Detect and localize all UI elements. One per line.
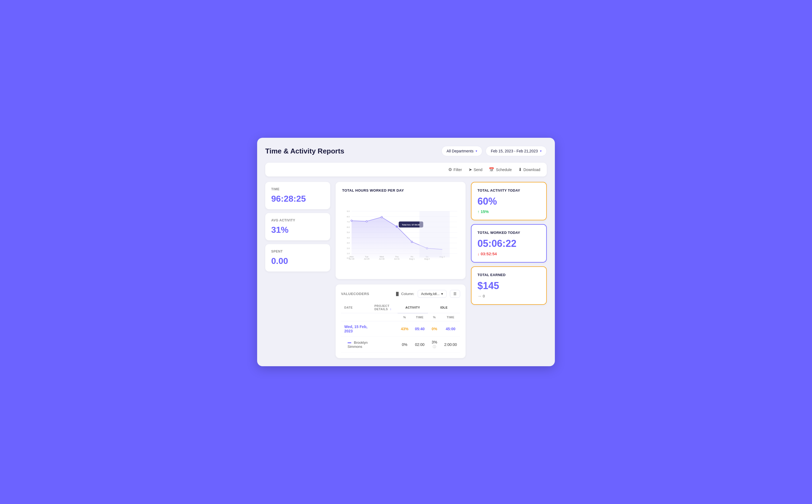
- x-label-fri-date: Aug 1: [409, 258, 415, 260]
- time-stat-card: TIME 96:28:25: [265, 182, 330, 209]
- col-idle-group: IDLE: [428, 302, 460, 313]
- chart-area: 9.0 8.0 7.0 6.0 5.0 4.0 3.0 2.0 1.0 0.0: [342, 197, 459, 273]
- content-area: TIME 96:28:25 AVG ACTIVITY 31% SPENT 0.0…: [265, 182, 547, 358]
- download-icon: ⬇: [518, 167, 522, 172]
- avg-activity-stat-card: AVG ACTIVITY 31%: [265, 213, 330, 240]
- data-point-wed: [381, 217, 383, 218]
- calendar-icon: 📅: [489, 167, 494, 172]
- column-label: ▐▌ Column:: [395, 292, 414, 296]
- table-header-row: VALUECODERS ▐▌ Column: Activity,Idl... ▾…: [341, 290, 460, 298]
- row-sub-project: [371, 336, 398, 352]
- col-idle-pct: %: [428, 313, 441, 321]
- table-header: DATE PROJECT DETAILS ↑ ACTIVITY IDLE: [341, 302, 460, 313]
- row-idle-pct: 0%: [428, 321, 441, 336]
- avg-activity-label: AVG ACTIVITY: [271, 218, 324, 222]
- y-label-4: 4.0: [347, 237, 350, 239]
- total-activity-card: TOTAL ACTIVITY TODAY 60% ↑ 15%: [471, 182, 547, 220]
- data-point-thu[interactable]: [396, 226, 398, 228]
- activity-table: DATE PROJECT DETAILS ↑ ACTIVITY IDLE: [341, 302, 460, 353]
- y-label-2: 2.0: [347, 247, 350, 250]
- y-label-9: 9.0: [347, 210, 350, 213]
- y-label-8: 8.0: [347, 215, 350, 218]
- row-idle-time: 45:00: [441, 321, 460, 336]
- row-sub-idle-pct: 3% ⓘ: [428, 336, 441, 352]
- time-label: TIME: [271, 187, 324, 191]
- group-btn[interactable]: ☰: [450, 290, 460, 298]
- y-label-7: 7.0: [347, 221, 350, 223]
- toolbar: ⚙ Filter ➤ Send 📅 Schedule ⬇ Download: [265, 163, 547, 176]
- chart-card: TOTAL HOURS WORKED PER DAY: [336, 182, 466, 279]
- org-name: VALUECODERS: [341, 292, 369, 296]
- col-activity-time: TIME: [412, 313, 428, 321]
- row-sub-activity-time: 02:00: [412, 336, 428, 352]
- table-row-date: Wed, 15 Feb, 2023 43% 05:40 0% 45:00: [341, 321, 460, 336]
- send-icon: ➤: [469, 167, 472, 172]
- x-label-tue: Tue: [365, 256, 368, 258]
- table-controls: ▐▌ Column: Activity,Idl... ▾ ☰: [395, 290, 460, 298]
- page-header: Time & Activity Reports All Departments …: [265, 146, 547, 156]
- time-value: 96:28:25: [271, 194, 324, 204]
- total-activity-change: ↑ 15%: [477, 209, 540, 214]
- date-range-selector[interactable]: Feb 15, 2023 - Feb 21,2023 ▾: [486, 146, 547, 156]
- sort-icon: ↑: [390, 307, 392, 311]
- avg-activity-value: 31%: [271, 225, 324, 235]
- data-point-mon: [351, 220, 352, 222]
- department-selector[interactable]: All Departments ▾: [441, 146, 483, 156]
- highlight-region: [420, 211, 450, 257]
- spent-stat-card: SPENT 0.00: [265, 244, 330, 271]
- col-date: DATE: [341, 302, 371, 313]
- column-selector-btn[interactable]: Activity,Idl... ▾: [418, 290, 447, 298]
- col-activity-pct: %: [398, 313, 412, 321]
- table-subheader: % TIME % TIME: [341, 313, 460, 321]
- schedule-button[interactable]: 📅 Schedule: [489, 167, 512, 172]
- main-card: Time & Activity Reports All Departments …: [257, 138, 555, 366]
- total-earned-value: $145: [477, 280, 540, 292]
- filter-icon: ⚙: [448, 167, 452, 172]
- send-button[interactable]: ➤ Send: [469, 167, 483, 172]
- y-label-1: 1.0: [347, 253, 350, 255]
- right-panel: TOTAL ACTIVITY TODAY 60% ↑ 15% TOTAL WOR…: [471, 182, 547, 358]
- chevron-down-icon: ▾: [441, 292, 443, 296]
- total-worked-change: ↓ 03:52:54: [477, 251, 540, 256]
- spent-label: SPENT: [271, 250, 324, 253]
- x-label-wed-date: Jul 30: [379, 258, 384, 260]
- row-date: Wed, 15 Feb, 2023: [341, 321, 371, 336]
- columns-icon: ▐▌: [395, 292, 400, 296]
- x-label-mon-date: Jul 28: [349, 258, 354, 260]
- y-label-6: 6.0: [347, 226, 350, 228]
- chart-title: TOTAL HOURS WORKED PER DAY: [342, 188, 459, 192]
- data-point-fri: [411, 241, 413, 243]
- chart-svg: 9.0 8.0 7.0 6.0 5.0 4.0 3.0 2.0 1.0 0.0: [342, 197, 459, 273]
- row-activity-time: 05:40: [412, 321, 428, 336]
- tooltip-text: Total hrs: 67:54:00: [402, 224, 420, 226]
- total-activity-value: 60%: [477, 196, 540, 207]
- col-activity-group: ACTIVITY: [398, 302, 428, 313]
- x-label-mon: Mon: [349, 256, 353, 258]
- col-project: PROJECT DETAILS ↑: [371, 302, 398, 313]
- x-label-wed: Wed: [380, 256, 384, 258]
- group-icon: ☰: [453, 292, 457, 296]
- page-title: Time & Activity Reports: [265, 147, 344, 155]
- left-stats-panel: TIME 96:28:25 AVG ACTIVITY 31% SPENT 0.0…: [265, 182, 330, 358]
- row-sub-idle-time: 2:00:00: [441, 336, 460, 352]
- chevron-down-icon: ▾: [476, 149, 477, 153]
- table-section: VALUECODERS ▐▌ Column: Activity,Idl... ▾…: [336, 284, 466, 358]
- total-worked-card: TOTAL WORKED TODAY 05:06:22 ↓ 03:52:54: [471, 224, 547, 263]
- x-label-thu-date: Jul 31: [394, 258, 400, 260]
- filter-button[interactable]: ⚙ Filter: [448, 167, 462, 172]
- spent-value: 0.00: [271, 256, 324, 266]
- data-point-tue: [366, 221, 368, 222]
- download-button[interactable]: ⬇ Download: [518, 167, 540, 172]
- total-earned-change: → 0: [477, 294, 540, 298]
- center-panel: TOTAL HOURS WORKED PER DAY: [336, 182, 466, 358]
- row-project: [371, 321, 398, 336]
- x-label-tue-date: Jul 29: [364, 258, 369, 260]
- row-activity-pct: 43%: [398, 321, 412, 336]
- total-earned-title: TOTAL EARNED: [477, 273, 540, 277]
- table-wrap: DATE PROJECT DETAILS ↑ ACTIVITY IDLE: [341, 302, 460, 353]
- x-label-thu: Thu: [395, 256, 398, 258]
- y-label-3: 3.0: [347, 242, 350, 244]
- y-label-5: 5.0: [347, 231, 350, 234]
- x-label-sat-date: Aug 2: [424, 258, 430, 260]
- col-idle-time: TIME: [441, 313, 460, 321]
